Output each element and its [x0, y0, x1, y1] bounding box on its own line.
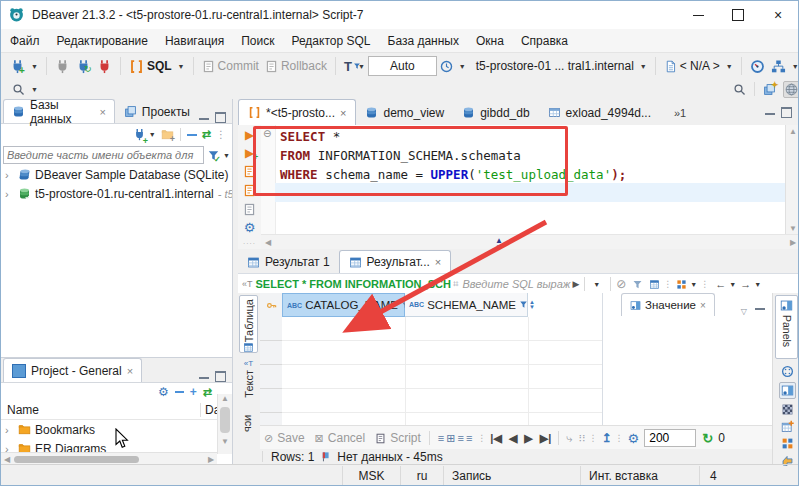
scroll-left-icon[interactable]: ◀ [1, 455, 13, 464]
project-vscrollbar[interactable]: ▲ ▼ [217, 394, 232, 454]
transaction-mode-button[interactable]: T ▼ [341, 54, 368, 78]
new-folder-button[interactable]: + [161, 128, 174, 141]
scroll-thumb[interactable] [14, 456, 139, 463]
fetch-next-page-icon[interactable]: ⤷ [566, 432, 572, 445]
metadata-panel-icon[interactable] [781, 365, 794, 378]
commit-button[interactable]: Commit [199, 54, 262, 78]
menu-database[interactable]: База данных [388, 34, 459, 48]
filter-sort-icon[interactable]: ▲▼ [519, 300, 535, 310]
open-perspective-button[interactable]: ✦ [763, 83, 776, 96]
expand-filter-icon[interactable]: ⌗ [453, 278, 459, 290]
column-name-header[interactable]: Name [1, 403, 39, 417]
presentation-record-tab[interactable]: Запись [239, 415, 258, 464]
expander-icon[interactable]: › [5, 188, 14, 200]
toolbar-overflow-dots[interactable]: .... [243, 240, 256, 244]
clear-filter-icon[interactable]: ⊘ [616, 277, 626, 291]
expand-all-icon[interactable]: + [190, 385, 197, 399]
explain-plan-icon[interactable] [243, 203, 256, 216]
editor-vscrollbar[interactable]: ▲ ▼ [785, 125, 799, 235]
expander-icon[interactable]: › [5, 424, 14, 436]
column-header-schema-name[interactable]: ABC SCHEMA_NAME ▲▼ [405, 293, 528, 317]
timezone-indicator[interactable]: MSK [343, 469, 400, 483]
filter-config-button[interactable]: ✓ ▼ [207, 149, 230, 162]
maximize-editor-icon[interactable] [781, 107, 792, 118]
apply-filter-icon[interactable]: ▶ [572, 279, 579, 289]
editor-tab-demo-view[interactable]: demo_view [356, 100, 453, 125]
menu-file[interactable]: Файл [10, 34, 40, 48]
chevron-down-icon[interactable]: ▼ [729, 281, 736, 288]
row-edit-icons[interactable]: ≡⊞≡≡ [438, 432, 474, 445]
gear-icon[interactable]: ⚙ [244, 222, 256, 234]
menu-windows[interactable]: Окна [476, 34, 504, 48]
scroll-right-icon[interactable]: ▶ [205, 455, 217, 464]
menu-edit[interactable]: Редактирование [57, 34, 148, 48]
panel-menu-chevron-icon[interactable]: ▽ [741, 307, 747, 316]
editor-hscrollbar[interactable]: ◀ ▶ [261, 234, 799, 249]
edit-mode-indicator[interactable]: Запись [444, 469, 580, 483]
presentation-grid-tab[interactable]: Таблица [239, 295, 258, 353]
dashboard-button[interactable] [747, 54, 768, 78]
filter-history-chevron-icon[interactable]: ▼ [593, 281, 600, 288]
tasks-button[interactable]: ▼ [768, 54, 799, 78]
save-filter-icon[interactable] [649, 279, 660, 290]
transaction-mode-combo[interactable]: Auto [368, 56, 437, 76]
minimize-panel-icon[interactable] [755, 305, 765, 310]
last-row-icon[interactable]: ▶| [540, 432, 552, 445]
fetch-all-icon[interactable]: ⁝⁝ [579, 432, 586, 445]
maximize-panel-icon[interactable] [215, 112, 226, 123]
schema-selector[interactable]: < N/A > ▼ [661, 54, 736, 78]
presentation-text-tab[interactable]: «T Текст [239, 359, 258, 405]
nav-forward-icon[interactable]: → [740, 278, 751, 290]
scroll-left-icon[interactable]: ◀ [261, 238, 275, 247]
close-button[interactable]: × [758, 1, 798, 29]
sql-editor-button[interactable]: SQL ▼ [126, 54, 188, 78]
close-icon[interactable]: × [435, 256, 441, 268]
scroll-right-icon[interactable]: ▶ [786, 238, 799, 247]
grouping-panel-icon[interactable] [781, 420, 794, 433]
expander-icon[interactable]: › [5, 169, 14, 181]
maximize-button[interactable] [718, 1, 758, 29]
nav-back-icon[interactable]: ← [715, 278, 726, 290]
link-with-editor-icon[interactable]: ⇄ [202, 128, 211, 141]
menu-search[interactable]: Поиск [241, 34, 274, 48]
close-icon[interactable]: × [340, 107, 346, 119]
menu-sql-editor[interactable]: Редактор SQL [291, 34, 370, 48]
dbeaver-perspective-button[interactable] [783, 81, 799, 98]
scroll-up-icon[interactable]: ▲ [218, 394, 232, 403]
new-connection-button[interactable]: + ▼ [133, 128, 156, 141]
collapse-all-icon[interactable] [175, 391, 184, 393]
editor-tab-gibdd-db[interactable]: gibdd_db [453, 100, 538, 125]
filter-input-placeholder[interactable]: Введите SQL выраж [463, 278, 571, 290]
filter-settings-icon[interactable] [632, 279, 643, 290]
scroll-down-icon[interactable]: ▼ [786, 224, 799, 233]
gear-icon[interactable]: ⚙ [628, 431, 640, 446]
object-filter-input[interactable] [3, 146, 204, 164]
script-button[interactable]: Script [375, 431, 421, 445]
first-row-icon[interactable]: |◀ [490, 432, 502, 445]
column-header-catalog-name[interactable]: ABC CATALOG_NAME ▲▼ [282, 293, 405, 317]
editor-tab-exload[interactable]: exload_4994d... [539, 100, 660, 125]
fetch-size-input[interactable] [644, 429, 696, 447]
disconnect-button[interactable] [52, 54, 73, 78]
chevron-down-icon[interactable]: ▼ [754, 281, 761, 288]
reconnect-button[interactable]: ↻ [73, 54, 94, 78]
view-menu-icon[interactable]: ⋮ [216, 129, 226, 140]
execute-script-icon[interactable] [243, 165, 256, 178]
save-button[interactable]: ⊘ Save [264, 431, 305, 445]
results-tab-1[interactable]: Результат 1 [238, 251, 339, 273]
menu-navigation[interactable]: Навигация [165, 34, 224, 48]
tab-overflow-badge[interactable]: »1 [674, 107, 686, 119]
link-with-editor-icon[interactable]: ⇄ [203, 386, 212, 399]
tab-value[interactable]: Значение × [621, 293, 715, 316]
close-icon[interactable]: × [700, 300, 706, 311]
value-panel-toggle-icon[interactable] [779, 382, 796, 399]
minimize-button[interactable] [678, 1, 718, 29]
minimize-panel-icon[interactable] [199, 374, 209, 379]
caret-position[interactable]: 4 [700, 469, 717, 483]
minimize-panel-icon[interactable] [199, 115, 209, 120]
connection-selector[interactable]: t5-prostore-01 ... tral1.internal ▼ [473, 54, 650, 78]
close-icon[interactable]: × [127, 365, 133, 377]
tree-item-sample-db[interactable]: › DBeaver Sample Database (SQLite) [1, 165, 232, 184]
refresh-icon[interactable]: ↻ [702, 431, 713, 446]
scroll-thumb[interactable] [220, 407, 230, 433]
